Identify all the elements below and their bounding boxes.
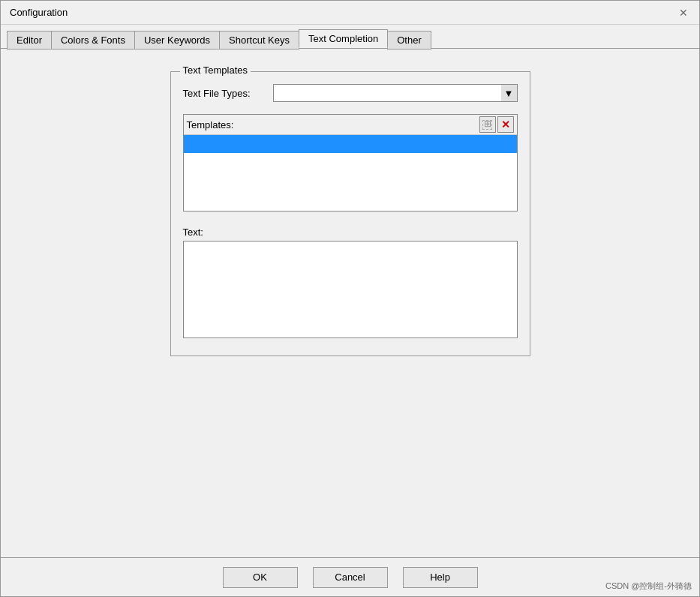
text-label: Text: <box>183 226 518 238</box>
content-area: Text Templates Text File Types: ▼ <box>1 49 699 557</box>
text-textarea[interactable] <box>183 241 518 338</box>
tab-text-completion[interactable]: Text Completion <box>299 29 388 48</box>
text-templates-group: Text Templates Text File Types: ▼ <box>170 71 530 356</box>
ok-button[interactable]: OK <box>223 567 298 588</box>
text-file-types-select[interactable] <box>273 84 518 102</box>
group-content: Text File Types: ▼ Templates: <box>183 84 518 340</box>
templates-list-container: Templates: ⊞ ✕ <box>183 114 518 212</box>
tab-bar: Editor Colors & Fonts User Keywords Shor… <box>1 25 699 49</box>
help-button[interactable]: Help <box>403 567 478 588</box>
title-bar: Configuration ✕ <box>1 1 699 25</box>
delete-template-button[interactable]: ✕ <box>497 116 514 133</box>
close-button[interactable]: ✕ <box>677 6 690 20</box>
bottom-bar: OK Cancel Help CSDN @控制组-外骑德 <box>1 557 699 596</box>
watermark-text: CSDN @控制组-外骑德 <box>605 580 692 592</box>
tab-colors-fonts[interactable]: Colors & Fonts <box>51 31 135 50</box>
tab-user-keywords[interactable]: User Keywords <box>134 31 220 50</box>
cancel-button[interactable]: Cancel <box>313 567 388 588</box>
text-file-types-wrapper: ▼ <box>273 84 518 102</box>
templates-toolbar: ⊞ ✕ <box>479 116 514 133</box>
add-template-button[interactable]: ⊞ <box>479 116 496 133</box>
delete-template-icon: ✕ <box>501 118 510 130</box>
tab-other[interactable]: Other <box>387 31 431 50</box>
text-section: Text: <box>183 226 518 340</box>
configuration-window: Configuration ✕ Editor Colors & Fonts Us… <box>0 0 700 597</box>
tab-shortcut-keys[interactable]: Shortcut Keys <box>219 31 299 50</box>
group-legend: Text Templates <box>180 64 251 76</box>
templates-section: Templates: ⊞ ✕ <box>183 114 518 340</box>
text-file-types-row: Text File Types: ▼ <box>183 84 518 102</box>
templates-header-row: Templates: ⊞ ✕ <box>184 115 517 135</box>
tab-editor[interactable]: Editor <box>7 31 52 50</box>
text-file-types-label: Text File Types: <box>183 88 266 99</box>
template-selected-row[interactable] <box>184 135 517 153</box>
window-title: Configuration <box>10 7 68 18</box>
add-template-icon: ⊞ <box>482 120 492 130</box>
templates-label: Templates: <box>187 119 234 130</box>
templates-list[interactable] <box>184 135 517 211</box>
